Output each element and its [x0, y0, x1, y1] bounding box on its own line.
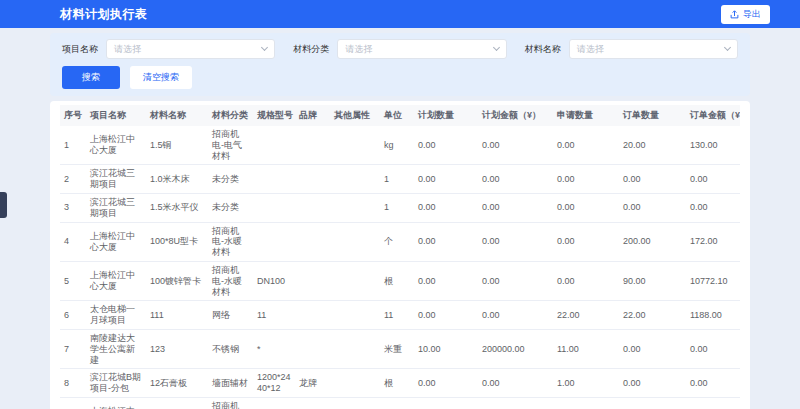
table-row: 6太仓电梯一月球项目111网络11110.000.0022.0022.00118…	[60, 301, 740, 330]
table-cell	[295, 261, 330, 300]
topbar: 材料计划执行表 导出	[0, 0, 800, 28]
table-cell: 5	[60, 261, 86, 300]
table-cell	[330, 193, 380, 222]
table-cell: 米重	[380, 329, 414, 368]
table-cell: 南陵建达大学生公寓新建	[86, 329, 146, 368]
table-cell: 90.00	[619, 261, 686, 300]
table-cell: 滨江花城三期项目	[86, 193, 146, 222]
table-cell	[330, 222, 380, 261]
table-cell: 11	[380, 301, 414, 330]
table-cell: 0.00	[686, 329, 740, 368]
table-cell: 上海松江中心大厦	[86, 261, 146, 300]
table-cell	[295, 397, 330, 409]
search-button[interactable]: 搜索	[62, 66, 120, 89]
table-cell: 111	[146, 301, 208, 330]
column-header: 单位	[380, 105, 414, 126]
table-cell: 1188.00	[686, 301, 740, 330]
table-cell: 0.00	[414, 222, 478, 261]
table-cell: 1	[380, 165, 414, 194]
table-cell: 3	[60, 193, 86, 222]
table-cell	[295, 222, 330, 261]
table-cell: 130.00	[686, 126, 740, 165]
table-row: 5上海松江中心大厦100镀锌管卡招商机电-水暖材料DN100根0.000.000…	[60, 261, 740, 300]
table-cell: 1	[380, 193, 414, 222]
chevron-down-icon	[261, 44, 268, 51]
table-body: 1上海松江中心大厦1.5铜招商机电-电气材料kg0.000.000.0020.0…	[60, 126, 740, 409]
table-cell: 0.00	[414, 369, 478, 398]
table-header-row: 序号项目名称材料名称材料分类规格型号品牌其他属性单位计划数量计划金额（¥）申请数…	[60, 105, 740, 126]
material-category-label: 材料分类	[293, 43, 329, 56]
material-name-select[interactable]: 请选择	[569, 39, 738, 59]
table-cell: 未分类	[208, 165, 253, 194]
table-cell: 0.00	[619, 369, 686, 398]
table-cell: 0.00	[478, 301, 553, 330]
clear-search-button[interactable]: 清空搜索	[130, 66, 192, 89]
table-cell: 0.00	[478, 261, 553, 300]
table-cell: 0.00	[414, 261, 478, 300]
table-cell: 11	[253, 301, 295, 330]
table-cell: 22.00	[553, 301, 619, 330]
table-cell: 个	[380, 397, 414, 409]
filter-panel: 项目名称 请选择 材料分类 请选择 材料名称 请选择 搜索 清空搜索	[50, 33, 750, 96]
table-cell: 10772.10	[686, 261, 740, 300]
table-cell: 0.00	[553, 165, 619, 194]
table-cell: 1.5铜	[146, 126, 208, 165]
table-cell: 0.00	[478, 222, 553, 261]
export-icon	[730, 10, 739, 19]
table-cell: 0.00	[619, 193, 686, 222]
table-cell: 0.00	[686, 369, 740, 398]
table-row: 1上海松江中心大厦1.5铜招商机电-电气材料kg0.000.000.0020.0…	[60, 126, 740, 165]
table-row: 7南陵建达大学生公寓新建123不锈钢*米重10.00200000.0011.00…	[60, 329, 740, 368]
table-cell: 0.00	[478, 126, 553, 165]
table-cell: 招商机电-电气材料	[208, 126, 253, 165]
table-cell	[253, 165, 295, 194]
filter-group-material-category: 材料分类 请选择	[293, 39, 506, 59]
table-cell: 0.00	[478, 369, 553, 398]
table-cell: 招商机电-水暖材料	[208, 261, 253, 300]
table-cell: 200000.00	[478, 329, 553, 368]
table-cell	[330, 397, 380, 409]
filter-group-material-name: 材料名称 请选择	[525, 39, 738, 59]
column-header: 品牌	[295, 105, 330, 126]
table-cell: 根	[380, 261, 414, 300]
table-cell: kg	[380, 126, 414, 165]
table-row: 9上海松江中心大厦150*10U型卡招商机电-水暖材料个0.000.000.00…	[60, 397, 740, 409]
table-cell: 123	[146, 329, 208, 368]
chevron-down-icon	[493, 44, 500, 51]
table-cell	[330, 301, 380, 330]
export-label: 导出	[743, 8, 761, 21]
table-cell: 0.00	[478, 193, 553, 222]
table-cell: 0.00	[553, 222, 619, 261]
table-cell: 0.00	[414, 193, 478, 222]
chevron-down-icon	[724, 44, 731, 51]
materials-table: 序号项目名称材料名称材料分类规格型号品牌其他属性单位计划数量计划金额（¥）申请数…	[60, 105, 740, 409]
export-button[interactable]: 导出	[721, 5, 770, 24]
column-header: 项目名称	[86, 105, 146, 126]
sidebar-collapse-handle[interactable]	[0, 192, 7, 218]
table-cell: 1.0米木床	[146, 165, 208, 194]
filter-group-project: 项目名称 请选择	[62, 39, 275, 59]
material-name-label: 材料名称	[525, 43, 561, 56]
table-cell: 1.00	[553, 369, 619, 398]
table-cell: 100镀锌管卡	[146, 261, 208, 300]
material-category-select[interactable]: 请选择	[337, 39, 506, 59]
table-cell: 0.00	[619, 329, 686, 368]
table-cell: 1	[60, 126, 86, 165]
table-cell	[330, 369, 380, 398]
table-cell: 10.00	[414, 329, 478, 368]
project-name-label: 项目名称	[62, 43, 98, 56]
table-cell: 12石膏板	[146, 369, 208, 398]
table-cell	[295, 126, 330, 165]
table-cell: 个	[380, 222, 414, 261]
filter-actions: 搜索 清空搜索	[62, 66, 738, 89]
table-cell: 0.00	[686, 165, 740, 194]
page-title: 材料计划执行表	[60, 6, 721, 23]
table-cell	[330, 165, 380, 194]
table-cell: 8	[60, 369, 86, 398]
table-cell: 龙牌	[295, 369, 330, 398]
table-cell: 200.00	[619, 222, 686, 261]
project-name-select[interactable]: 请选择	[106, 39, 275, 59]
material-name-placeholder: 请选择	[577, 43, 604, 56]
table-cell: 墙面辅材	[208, 369, 253, 398]
table-cell	[295, 193, 330, 222]
